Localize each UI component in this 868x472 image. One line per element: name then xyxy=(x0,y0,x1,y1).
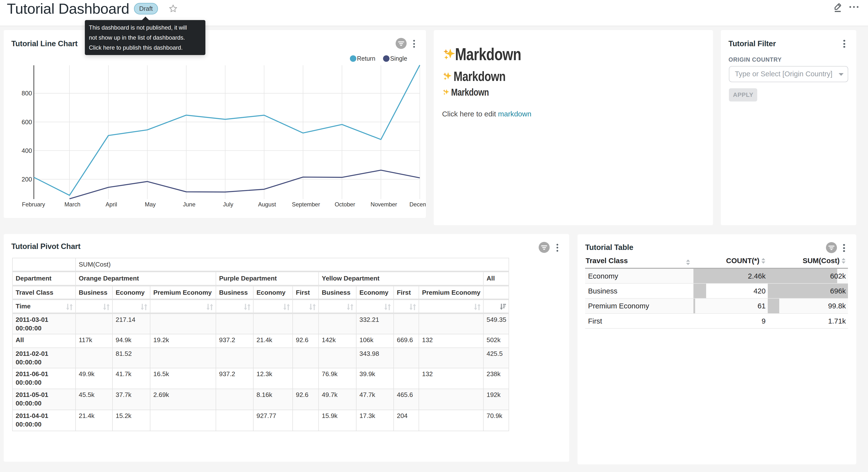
svg-text:February: February xyxy=(22,201,45,208)
svg-text:September: September xyxy=(292,201,320,208)
svg-text:400: 400 xyxy=(22,147,32,154)
svg-text:November: November xyxy=(370,201,397,208)
svg-text:June: June xyxy=(183,201,195,208)
svg-text:December: December xyxy=(409,201,426,208)
svg-text:Return: Return xyxy=(357,55,375,62)
svg-text:August: August xyxy=(258,201,276,208)
svg-text:600: 600 xyxy=(22,119,32,125)
svg-text:October: October xyxy=(335,201,355,208)
svg-text:March: March xyxy=(64,201,81,208)
svg-text:Single: Single xyxy=(390,55,407,62)
svg-text:July: July xyxy=(223,201,233,208)
svg-text:April: April xyxy=(105,201,117,208)
svg-text:200: 200 xyxy=(22,176,32,183)
svg-text:May: May xyxy=(145,201,156,208)
svg-text:800: 800 xyxy=(22,90,32,97)
